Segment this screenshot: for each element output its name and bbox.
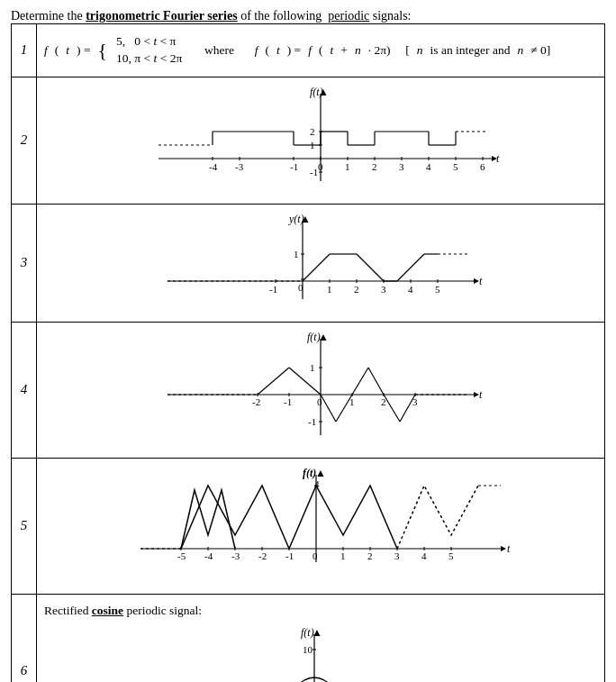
svg-text:-4: -4 <box>204 550 213 561</box>
header: Determine the trigonometric Fourier seri… <box>11 9 605 23</box>
row-number-5: 5 <box>12 458 37 594</box>
row-content-6: Rectified cosine periodic signal: f(t) ▲… <box>37 594 605 682</box>
table-row: 4 f(t) ▲ t 0 -1 <box>12 322 605 458</box>
svg-line-104 <box>336 395 352 422</box>
svg-text:0: 0 <box>313 550 318 561</box>
svg-line-105 <box>352 368 368 395</box>
svg-line-107 <box>384 395 400 422</box>
svg-text:5: 5 <box>448 550 454 561</box>
svg-line-101 <box>258 368 289 395</box>
svg-line-103 <box>321 395 336 422</box>
svg-text:6: 6 <box>480 161 485 172</box>
graph-2: f(t) ▲ t 0 1 <box>131 86 510 195</box>
svg-text:-1: -1 <box>308 416 316 427</box>
row-content-1: f(t) = { 5, 0 < t < π 10, π < t < 2π whe… <box>37 24 605 77</box>
svg-line-106 <box>368 368 384 395</box>
svg-text:-2: -2 <box>252 396 260 407</box>
svg-text:t: t <box>496 152 500 165</box>
svg-text:3: 3 <box>381 284 386 295</box>
row-number-6: 6 <box>12 594 37 682</box>
svg-text:▲: ▲ <box>312 627 322 639</box>
svg-text:0: 0 <box>317 396 322 407</box>
svg-line-102 <box>289 368 321 395</box>
svg-text:t: t <box>479 275 483 287</box>
row-number-4: 4 <box>12 322 37 458</box>
graph-5: f(t) ▲ 4 t 0 -1 -2 <box>122 468 519 585</box>
svg-text:1: 1 <box>294 249 299 259</box>
svg-text:0: 0 <box>318 161 323 172</box>
svg-text:-3: -3 <box>235 161 244 172</box>
svg-text:4: 4 <box>408 284 413 295</box>
svg-text:2: 2 <box>354 284 359 295</box>
svg-text:0: 0 <box>298 282 303 293</box>
graph-6: f(t) ▲ t 0 2 <box>149 627 492 682</box>
problems-table: 1 f(t) = { 5, 0 < t < π 10, π < t < 2π w… <box>11 23 605 682</box>
svg-text:-4: -4 <box>209 161 218 172</box>
where-label: where <box>204 43 234 58</box>
svg-text:-1: -1 <box>310 167 318 177</box>
table-row: 3 y(t) ▲ t 0 1 <box>12 204 605 322</box>
graph-3: y(t) ▲ t 0 1 2 3 <box>149 214 492 313</box>
svg-text:t: t <box>507 542 511 555</box>
row-number-2: 2 <box>12 77 37 204</box>
svg-text:4: 4 <box>426 161 431 172</box>
row-number-1: 1 <box>12 24 37 77</box>
svg-text:1: 1 <box>345 161 350 172</box>
svg-text:-3: -3 <box>231 550 240 561</box>
table-row: 6 Rectified cosine periodic signal: f(t)… <box>12 594 605 682</box>
svg-text:▲: ▲ <box>300 214 311 225</box>
svg-text:3: 3 <box>394 550 400 561</box>
svg-text:3: 3 <box>399 161 404 172</box>
graph-4: f(t) ▲ t 0 -1 -2 <box>149 332 492 449</box>
svg-line-108 <box>400 395 415 422</box>
svg-marker-115 <box>501 546 506 551</box>
row6-description: Rectified cosine periodic signal: <box>44 604 597 618</box>
svg-text:5: 5 <box>453 161 458 172</box>
table-row: 2 f(t) ▲ t <box>12 77 605 204</box>
table-row: 5 f(t) ▲ 4 t 0 -1 <box>12 458 605 594</box>
svg-text:5: 5 <box>435 284 440 295</box>
svg-text:-1: -1 <box>285 550 294 561</box>
svg-text:1: 1 <box>327 284 332 295</box>
svg-text:-1: -1 <box>290 161 298 172</box>
svg-text:-5: -5 <box>177 550 186 561</box>
svg-text:1: 1 <box>340 550 346 561</box>
svg-line-72 <box>357 254 384 281</box>
svg-text:2: 2 <box>372 161 377 172</box>
svg-line-70 <box>303 254 330 281</box>
svg-text:1: 1 <box>310 362 315 373</box>
row-content-2: f(t) ▲ t 0 1 <box>37 77 605 204</box>
svg-text:-1: -1 <box>284 396 292 407</box>
svg-text:-1: -1 <box>269 284 277 295</box>
svg-text:4: 4 <box>421 550 427 561</box>
svg-text:▲: ▲ <box>318 332 329 343</box>
svg-line-74 <box>397 254 424 281</box>
svg-text:t: t <box>479 388 483 401</box>
row-content-5: f(t) ▲ 4 t 0 -1 -2 <box>37 458 605 594</box>
row-content-4: f(t) ▲ t 0 -1 -2 <box>37 322 605 458</box>
table-row: 1 f(t) = { 5, 0 < t < π 10, π < t < 2π w… <box>12 24 605 77</box>
svg-text:2: 2 <box>310 126 315 137</box>
row-number-3: 3 <box>12 204 37 322</box>
svg-text:2: 2 <box>367 550 373 561</box>
svg-text:10: 10 <box>303 644 313 655</box>
svg-text:▲: ▲ <box>318 86 329 98</box>
row-content-3: y(t) ▲ t 0 1 2 3 <box>37 204 605 322</box>
svg-text:-2: -2 <box>258 550 267 561</box>
